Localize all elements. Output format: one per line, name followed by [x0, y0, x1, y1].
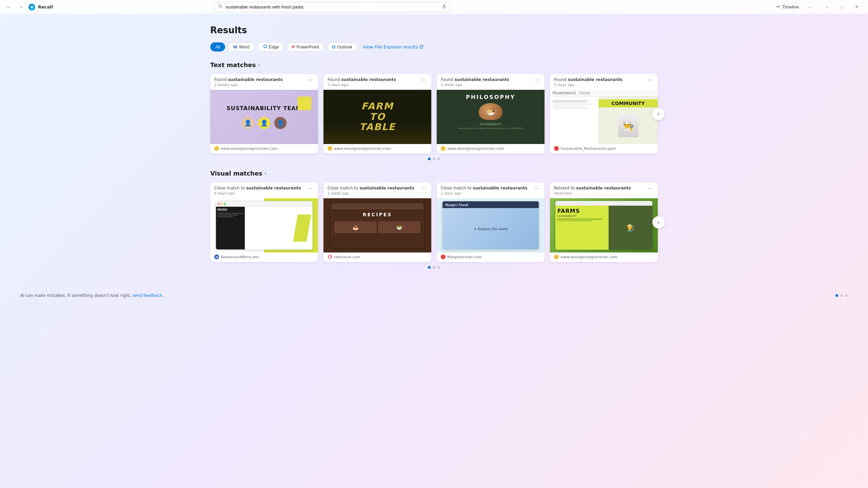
visual-site-icon-2 — [328, 255, 332, 259]
presentation-text — [553, 100, 596, 109]
visual-card-meta-1: Close match to sustainable restaurants 6… — [214, 186, 307, 196]
more-options-button[interactable]: ··· — [805, 2, 814, 12]
minimize-button[interactable]: – — [820, 2, 834, 12]
search-input[interactable] — [225, 4, 439, 9]
recipes-browser-bar — [332, 204, 423, 209]
card-meta-3: Found sustainable restaurants 1 week ago — [441, 77, 533, 87]
text-matches-arrow[interactable]: › — [258, 62, 260, 68]
visual-pagination-dot-1[interactable] — [428, 266, 431, 269]
footer-dot-2[interactable] — [840, 294, 843, 297]
titlebar-right: Timeline ··· – □ ✕ — [772, 2, 864, 12]
card-more-button-4[interactable]: ··· — [647, 77, 654, 83]
app-title: Recall — [38, 4, 53, 9]
visual-matches-header: Visual matches › — [210, 170, 658, 177]
card-time-2: 3 days ago — [328, 83, 420, 87]
svg-point-6 — [215, 147, 218, 150]
presentation-header: Presentation1 · Saved — [550, 90, 658, 97]
visual-card-time-2: 1 week ago — [328, 191, 420, 196]
visual-match-card-3[interactable]: Close match to sustainable restaurants 2… — [437, 182, 545, 262]
pagination-dot-2[interactable] — [433, 158, 435, 160]
filter-all-label: All — [215, 44, 220, 49]
card-more-button-2[interactable]: ··· — [420, 77, 427, 83]
visual-match-card-1[interactable]: Close match to sustainable restaurants 6… — [210, 182, 318, 262]
visual-card-footer-1: W RestaurantMenu.doc — [210, 252, 318, 262]
card-time-3: 1 week ago — [441, 83, 533, 87]
visual-card-term-4: sustainable restaurants — [576, 186, 631, 190]
farm-image: FARMTOTABLE — [323, 90, 431, 144]
svg-point-7 — [329, 147, 331, 150]
sustainability-image: SUSTAINABILITY TEAM 👤 👤 👤 — [210, 90, 318, 144]
text-match-card-1[interactable]: Found sustainable restaurants 2 weeks ag… — [210, 74, 318, 154]
card-found-term-3: sustainable restaurants — [454, 77, 509, 82]
svg-rect-3 — [443, 4, 445, 7]
farms-right: 👩‍🌾 — [609, 206, 652, 250]
view-file-explorer-link[interactable]: View File Explorer results — [363, 44, 423, 49]
recipes-title: RECIPES — [332, 209, 423, 220]
maximize-button[interactable]: □ — [835, 2, 849, 12]
visual-card-more-1[interactable]: ··· — [307, 186, 314, 191]
card-more-button-3[interactable]: ··· — [533, 77, 540, 83]
filter-powerpoint[interactable]: P PowerPoint — [287, 42, 324, 52]
card-more-button-1[interactable]: ··· — [307, 77, 314, 83]
visual-matches-next-arrow[interactable]: › — [652, 216, 665, 228]
text-matches-next-arrow[interactable]: › — [652, 108, 665, 120]
visual-pagination-dot-3[interactable] — [437, 266, 440, 269]
titlebar: ← → Recall — [0, 0, 868, 14]
philosophy-title: PHILOSOPHY — [466, 94, 515, 100]
text-match-card-3[interactable]: Found sustainable restaurants 1 week ago… — [437, 74, 545, 154]
visual-card-found-text-1: Close match to sustainable restaurants — [214, 186, 307, 190]
window-controls: – □ ✕ — [820, 2, 864, 12]
back-button[interactable]: ← — [4, 2, 14, 12]
pagination-dot-1[interactable] — [428, 158, 431, 160]
search-bar-container — [214, 2, 451, 12]
visual-card-more-2[interactable]: ··· — [420, 186, 427, 191]
visual-card-header-4: Related to sustainable restaurants Yeste… — [550, 182, 658, 198]
timeline-button[interactable]: Timeline — [772, 3, 802, 11]
visual-matches-arrow[interactable]: › — [264, 170, 267, 177]
card-meta-2: Found sustainable restaurants 3 days ago — [328, 77, 420, 87]
card-image-4: Presentation1 · Saved — [550, 90, 658, 144]
farms-browser: FARMS SUSTAINABILITY 👩‍🌾 — [555, 201, 652, 250]
visual-card-image-4: FARMS SUSTAINABILITY 👩‍🌾 — [550, 198, 658, 252]
site-icon-2 — [328, 146, 332, 151]
card-footer-4: Sustainable_Restaurants.pptx — [550, 144, 658, 154]
visual-card-image-1: MENU — [210, 198, 318, 252]
close-button[interactable]: ✕ — [850, 2, 864, 12]
visual-card-header-1: Close match to sustainable restaurants 6… — [210, 182, 318, 198]
search-icon — [218, 4, 223, 10]
text-match-card-2[interactable]: Found sustainable restaurants 3 days ago… — [323, 74, 431, 154]
browser-dot-yellow — [221, 203, 223, 205]
filter-outlook[interactable]: O Outlook — [327, 42, 357, 52]
filter-word[interactable]: W Word — [228, 42, 254, 52]
margie-title: Margie's Travel — [445, 203, 468, 207]
text-matches-pagination — [210, 158, 658, 160]
visual-match-card-4[interactable]: Related to sustainable restaurants Yeste… — [550, 182, 658, 262]
yellow-block — [298, 97, 311, 110]
filter-edge[interactable]: Edge — [257, 42, 284, 52]
microphone-icon[interactable] — [442, 4, 447, 10]
community-area: COMMUNITY — [598, 99, 658, 107]
philosophy-bowl: 🍜 — [479, 103, 502, 120]
visual-pagination-dot-2[interactable] — [433, 266, 435, 269]
filter-all[interactable]: All — [210, 42, 225, 52]
card-found-term-2: sustainable restaurants — [341, 77, 396, 82]
text-match-card-4[interactable]: Found sustainable restaurants 5 days ago… — [550, 74, 658, 154]
farms-content: FARMS SUSTAINABILITY 👩‍🌾 — [555, 206, 652, 250]
forward-button[interactable]: → — [16, 2, 26, 12]
pagination-dot-3[interactable] — [437, 158, 440, 160]
footer-pagination — [835, 294, 848, 297]
margie-browser: Margie's Travel ✈ Explore the world — [442, 201, 539, 250]
recipe-img-2: 🥗 — [378, 221, 420, 233]
send-feedback-link[interactable]: send feedback — [132, 293, 162, 298]
visual-card-more-3[interactable]: ··· — [533, 186, 540, 191]
visual-card-found-text-4: Related to sustainable restaurants — [554, 186, 647, 190]
visual-match-card-2[interactable]: Close match to sustainable restaurants 1… — [323, 182, 431, 262]
margie-header: Margie's Travel — [442, 201, 539, 208]
visual-site-icon-4 — [554, 255, 559, 259]
footer-dot-1[interactable] — [835, 294, 838, 297]
card-footer-1: www.woodgrovegroceries.com — [210, 144, 318, 154]
browser-dot-red — [218, 203, 220, 205]
card-site-3: www.woodgrovegroceries.com — [447, 146, 504, 151]
footer-dot-3[interactable] — [845, 294, 848, 297]
visual-card-more-4[interactable]: ··· — [647, 186, 654, 191]
